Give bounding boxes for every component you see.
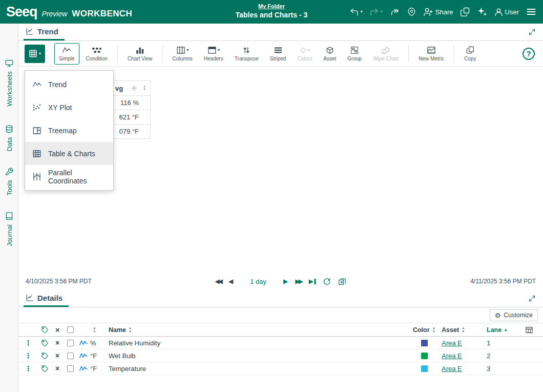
sidebar-item-tools[interactable]: Tools (5, 167, 13, 195)
column-menu-icon[interactable]: ⋮ (141, 85, 148, 92)
remove-all-icon[interactable]: × (55, 326, 59, 334)
trend-chart-icon (26, 27, 34, 35)
bar-chart-icon (135, 46, 144, 54)
auto-update-button[interactable] (338, 278, 346, 285)
asset-link[interactable]: Area E (442, 352, 462, 360)
condition-mode-button[interactable]: Condition (81, 43, 112, 65)
remove-item-icon[interactable]: × (55, 339, 59, 347)
step-back-button[interactable]: ◀ (228, 278, 233, 284)
step-forward-full-button[interactable]: ▶▶ (295, 278, 301, 284)
row-menu-icon[interactable]: ⋮ (25, 339, 32, 347)
asset-link[interactable]: Area E (442, 339, 462, 347)
share-button[interactable]: Share (423, 7, 453, 17)
striped-button[interactable]: Striped (265, 43, 291, 65)
condition-label: Condition (86, 56, 108, 61)
column-header-asset[interactable]: Asset (442, 326, 459, 334)
chart-type-select-button[interactable]: ▾ (25, 45, 45, 63)
item-name[interactable]: Wet Bulb (109, 352, 136, 360)
expand-trend-button[interactable] (528, 28, 536, 36)
column-header-color[interactable]: Color (413, 326, 430, 334)
seeq-logo[interactable]: Seeq (6, 4, 37, 20)
column-header-name[interactable]: Name (109, 326, 126, 334)
hamburger-menu-button[interactable] (526, 7, 537, 17)
label-tag-icon[interactable] (38, 365, 51, 373)
simple-mode-button[interactable]: Simple (54, 43, 79, 65)
worksheets-view-button[interactable] (460, 7, 470, 17)
table-settings-icon[interactable] (515, 326, 543, 334)
details-chart-icon (26, 294, 34, 302)
seeq-workbench: Seeq Preview WORKBENCH My Folder Tables … (0, 0, 543, 392)
item-name[interactable]: Temperature (109, 365, 146, 373)
duration-label[interactable]: 1 day (250, 278, 266, 285)
color-swatch[interactable] (421, 340, 428, 346)
menu-item-parallel-coordinates[interactable]: Parallel Coordinates (25, 165, 113, 188)
chart-view-label: Chart View (128, 56, 153, 61)
row-checkbox[interactable] (67, 353, 74, 359)
row-checkbox[interactable] (67, 365, 74, 372)
help-button[interactable]: ? (523, 48, 535, 60)
asset-button[interactable]: Asset (319, 43, 341, 65)
color-swatch[interactable] (421, 353, 428, 359)
headers-button[interactable]: ▾ Headers (199, 43, 228, 65)
undo-button[interactable]: ▾ (349, 7, 363, 17)
menu-item-xy-plot[interactable]: XY Plot (25, 96, 113, 119)
range-end-timestamp[interactable]: 4/11/2025 3:56 PM PDT (470, 278, 536, 285)
step-back-full-button[interactable]: ◀◀ (215, 278, 221, 284)
refresh-button[interactable] (323, 278, 330, 285)
remove-all-labels-icon[interactable] (38, 326, 51, 334)
remove-item-icon[interactable]: × (55, 352, 59, 360)
label-tag-icon[interactable] (38, 339, 51, 347)
sort-color-button[interactable]: ▲▼ (432, 326, 435, 334)
label-tag-icon[interactable] (38, 352, 51, 360)
fast-forward-button[interactable] (389, 7, 401, 17)
menu-item-treemap[interactable]: Treemap (25, 119, 113, 142)
menu-item-trend[interactable]: Trend (25, 73, 113, 96)
redo-button[interactable]: ▾ (369, 7, 383, 17)
expand-details-button[interactable] (528, 295, 536, 302)
breadcrumb-my-folder[interactable]: My Folder (258, 3, 285, 9)
top-navbar: Seeq Preview WORKBENCH My Folder Tables … (0, 0, 543, 24)
color-swatch[interactable] (421, 365, 428, 372)
colors-button[interactable]: ▾ Colors (293, 43, 317, 65)
metric-icon (427, 46, 436, 54)
column-header-lane[interactable]: Lane (487, 326, 502, 334)
select-all-checkbox[interactable] (67, 326, 74, 333)
sort-name-button[interactable]: ▲▼ (129, 326, 132, 334)
range-start-timestamp[interactable]: 4/10/2025 3:56 PM PDT (26, 278, 92, 285)
sidebar-item-data[interactable]: Data (5, 125, 13, 151)
time-controls: ◀◀ ◀ 1 day ▶ ▶▶ ▶ (212, 278, 350, 285)
menu-item-table-charts[interactable]: Table & Charts (25, 142, 113, 165)
customize-button[interactable]: ⚙ Customize (490, 309, 538, 321)
new-metric-button[interactable]: New Metric (414, 43, 449, 65)
step-forward-button[interactable]: ▶ (283, 278, 288, 284)
refresh-icon (323, 278, 330, 285)
row-menu-icon[interactable]: ⋮ (25, 352, 32, 360)
column-drag-icon[interactable] (131, 85, 137, 91)
brand: Seeq Preview WORKBENCH (6, 4, 132, 20)
transpose-button[interactable]: Transpose (230, 43, 263, 65)
group-button[interactable]: Group (343, 43, 366, 65)
item-name[interactable]: Relative Humidity (109, 339, 160, 347)
workbench-label: WORKBENCH (72, 9, 132, 19)
chart-view-button[interactable]: Chart View (123, 43, 157, 65)
wipe-chart-button[interactable]: Wipe Chart (368, 43, 403, 65)
copy-button[interactable]: Copy (460, 43, 481, 65)
sidebar-item-label: Data (5, 137, 13, 151)
tab-details[interactable]: Details (24, 290, 69, 307)
row-checkbox[interactable] (67, 340, 74, 346)
gear-icon: ⚙ (495, 312, 501, 319)
row-menu-icon[interactable]: ⋮ (25, 364, 32, 373)
tab-trend[interactable]: Trend (24, 24, 65, 40)
sidebar-item-journal[interactable]: Journal (5, 212, 13, 246)
sort-asset-button[interactable]: ▲▼ (462, 326, 465, 334)
ai-assistant-button[interactable] (477, 7, 487, 17)
user-menu-button[interactable]: User (494, 7, 519, 17)
sort-unit-button[interactable]: ▲▼ (93, 326, 96, 334)
remove-item-icon[interactable]: × (55, 364, 59, 373)
sidebar-item-worksheets[interactable]: Worksheets (5, 58, 13, 106)
columns-button[interactable]: ▾ Columns (168, 43, 197, 65)
asset-link[interactable]: Area E (442, 365, 462, 373)
new-metric-label: New Metric (419, 56, 444, 61)
step-to-now-button[interactable]: ▶ (309, 278, 316, 284)
access-key-button[interactable] (407, 7, 416, 17)
